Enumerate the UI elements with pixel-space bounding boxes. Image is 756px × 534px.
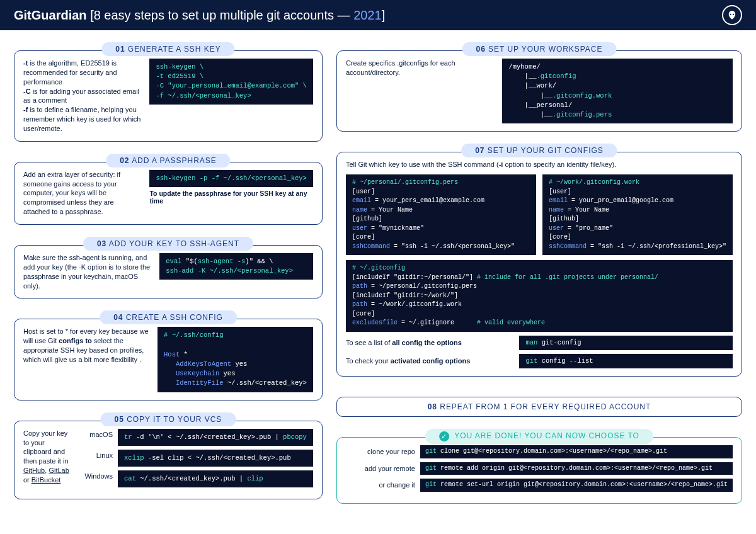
change-remote-label: or change it [346,481,415,489]
git-config-list-code: git config --list [519,354,733,368]
step-1-code: ssh-keygen \ -t ed25519 \ -C "your_perso… [149,59,312,105]
check-icon: ✓ [439,431,449,441]
os-macos-label: macOS [80,429,113,438]
step-6-code: /myhome/ |__.gitconfig |__work/ |__.gitc… [502,59,733,123]
step-2-desc: Add an extra layer of security: if someo… [23,170,140,217]
step-3-desc: Make sure the ssh-agent is running, and … [23,253,151,290]
done-card: ✓ YOU ARE DONE! YOU CAN NOW CHOOSE TO cl… [336,437,742,504]
year: 2021 [353,8,382,22]
step-2-card: 02 ADD A PASSPHRASE Add an extra layer o… [14,162,323,225]
step-8-banner: 08 REPEAT FROM 1 FOR EVERY REQUIRED ACCO… [336,397,742,417]
gitconfig-pers-code: # ~/personal/.gitconfig.pers [user] emai… [346,174,536,255]
os-windows-label: Windows [80,470,113,480]
step-6-desc: Create specifics .gitconfigs for each ac… [346,59,494,77]
gitlab-link[interactable]: GitLab [49,467,69,474]
linux-code: xclip -sel clip < ~/.ssh/<created_key>.p… [118,450,313,467]
step-4-card: 04 CREATE A SSH CONFIG Host is set to * … [14,319,323,400]
step-7-card: 07 SET UP YOUR GIT CONFIGS Tell Git whic… [336,152,742,377]
step-5-card: 05 COPY IT TO YOUR VCS Copy your key to … [14,421,323,500]
os-linux-label: Linux [80,450,113,459]
done-badge: ✓ YOU ARE DONE! YOU CAN NOW CHOOSE TO [425,429,653,444]
gitconfig-work-code: # ~/work/.gitconfig.work [user] email = … [542,174,733,255]
step-1-badge: 01 GENERATE A SSH KEY [101,42,234,56]
page-body: 01 GENERATE A SSH KEY -t is the algorith… [0,30,756,521]
step-6-card: 06 SET UP YOUR WORKSPACE Create specific… [336,50,742,132]
step-1-desc: -t is the algorithm, ED25519 is recommen… [23,59,140,134]
bitbucket-link[interactable]: BitBucket [32,476,60,484]
header-bar: GitGuardian [8 easy steps to set up mult… [0,0,756,30]
step-1-card: 01 GENERATE A SSH KEY -t is the algorith… [14,50,323,142]
owl-logo-icon [722,5,742,25]
clone-label: clone your repo [346,448,415,455]
add-remote-label: add your remote [346,465,415,472]
left-column: 01 GENERATE A SSH KEY -t is the algorith… [14,42,323,515]
step-2-sub: To update the passphrase for your SSH ke… [149,190,312,205]
step-3-card: 03 ADD YOUR KEY TO SSH-AGENT Make sure t… [14,245,323,298]
change-remote-code: git remote set-url origin git@<repositor… [420,479,733,492]
step-4-badge: 04 CREATE A SSH CONFIG [100,310,237,324]
macos-code: tr -d '\n' < ~/.ssh/<created_key>.pub | … [118,429,313,446]
clone-code: git clone git@<repository.domain.com>:<u… [420,445,733,458]
github-link[interactable]: GitHub [23,467,45,474]
windows-code: cat ~/.ssh/<created_key>.pub | clip [118,470,313,487]
step-3-badge: 03 ADD YOUR KEY TO SSH-AGENT [83,237,253,251]
brand-name: GitGuardian [14,8,87,22]
step-6-badge: 06 SET UP YOUR WORKSPACE [462,42,617,56]
add-remote-code: git remote add origin git@<repository.do… [420,462,733,475]
man-gitconfig-code: man git-config [519,336,733,350]
step-3-code: eval "$(ssh-agent -s)" && \ ssh-add -K ~… [159,253,313,280]
step-7-desc: Tell Git which key to use with the SSH c… [346,160,733,169]
right-column: 06 SET UP YOUR WORKSPACE Create specific… [336,42,742,515]
note-all-config: To see a list of all config the options [346,339,513,346]
gitconfig-root-code: # ~/.gitconfig [includeIf "gitdir:~/pers… [346,260,733,332]
page-title: GitGuardian [8 easy steps to set up mult… [14,8,385,23]
step-4-code: # ~/.ssh/config Host * AddKeysToAgent ye… [158,327,313,392]
step-5-badge: 05 COPY IT TO YOUR VCS [101,412,236,426]
step-2-code: ssh-keygen -p -f ~/.ssh/<personal_key> [149,170,312,187]
step-7-badge: 07 SET UP YOUR GIT CONFIGS [461,144,617,157]
step-4-desc: Host is set to * for every key because w… [23,327,149,364]
step-2-badge: 02 ADD A PASSPHRASE [106,154,230,168]
step-5-desc: Copy your key to your clipboard and then… [23,429,71,485]
note-activated-config: To check your activated config options [346,357,513,365]
